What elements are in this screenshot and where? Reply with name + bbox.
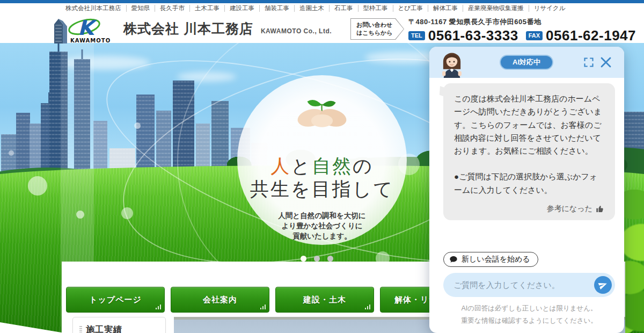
fax-badge: FAX bbox=[526, 31, 543, 40]
tel-badge: TEL bbox=[408, 31, 425, 40]
carousel-dot-2[interactable] bbox=[314, 256, 320, 262]
company-logo[interactable]: K KAWAMOTO bbox=[51, 16, 114, 44]
chat-message-bubble: この度は株式会社川本工務店のホームページへ訪問いただきありがとうございます。こち… bbox=[443, 83, 615, 220]
bokeh-dot bbox=[121, 207, 133, 219]
sidebar-item-works[interactable]: 施工実績 bbox=[73, 317, 165, 333]
status-badge: AI対応中 bbox=[500, 55, 553, 70]
new-conversation-button[interactable]: 新しい会話を始める bbox=[443, 252, 538, 267]
signal-bars-icon bbox=[156, 305, 162, 309]
contact-block: お問い合わせ はこちらから 〒480-1167 愛知県長久手市仲田605番地 T… bbox=[350, 16, 636, 42]
keyword-item: 土木工事 bbox=[190, 5, 225, 12]
svg-text:KAWAMOTO: KAWAMOTO bbox=[70, 38, 111, 44]
send-icon bbox=[597, 279, 609, 291]
hero-heading-seg3: 自然 bbox=[312, 155, 353, 177]
expand-icon[interactable] bbox=[583, 57, 594, 68]
bubble-tail bbox=[440, 86, 448, 97]
site-header: K KAWAMOTO 株式会社 川本工務店 KAWAMOTO Co., Ltd.… bbox=[0, 13, 644, 43]
ai-disclaimer: AIの回答は必ずしも正しいとは限りません。 重要な情報は確認するようにしてくださ… bbox=[443, 302, 615, 327]
nav-button-label: 会社案内 bbox=[203, 295, 237, 305]
hero-heading-seg1: 人 bbox=[270, 155, 291, 177]
nav-button-label: 建設・土木 bbox=[303, 295, 346, 305]
company-name: 株式会社 川本工務店 bbox=[123, 20, 253, 38]
nav-button-label: トップページ bbox=[89, 295, 142, 305]
ai-disclaimer-line2: 重要な情報は確認するようにしてください。 bbox=[443, 315, 615, 327]
contact-button-label-2: はこちらから bbox=[356, 29, 404, 37]
company-name-en: KAWAMOTO Co., Ltd. bbox=[261, 27, 332, 35]
phone-row: TEL 0561-63-3333 FAX 0561-62-1947 bbox=[408, 28, 636, 42]
thumbs-up-icon bbox=[596, 205, 604, 213]
chat-header: AI対応中 bbox=[429, 47, 624, 78]
carousel-dot-1[interactable] bbox=[301, 256, 306, 262]
hands-seedling-icon bbox=[292, 87, 352, 129]
bokeh-dot bbox=[28, 176, 47, 196]
hero-subtext: 人間と自然の調和を大切に より豊かな社会づくりに 貢献いたします。 bbox=[237, 211, 407, 241]
bokeh-dot bbox=[134, 122, 141, 129]
hero-heading-line2: 共生を目指して bbox=[250, 178, 394, 200]
address: 〒480-1167 愛知県長久手市仲田605番地 bbox=[408, 17, 636, 27]
hero-heading: 人と自然の 共生を目指して bbox=[237, 155, 407, 201]
contact-button-face: お問い合わせ はこちらから bbox=[351, 19, 404, 39]
hero-subtext-line2: より豊かな社会づくりに bbox=[237, 221, 407, 231]
feedback-button[interactable]: 参考になった bbox=[454, 204, 604, 214]
ai-disclaimer-line1: AIの回答は必ずしも正しいとは限りません。 bbox=[443, 302, 615, 315]
keyword-item: 解体工事 bbox=[428, 5, 463, 12]
contact-button-label-1: お問い合わせ bbox=[356, 21, 404, 29]
hero-subtext-line3: 貢献いたします。 bbox=[237, 231, 407, 241]
speech-bubble-icon bbox=[449, 255, 458, 264]
sidebar-title: 施工実績 bbox=[86, 324, 122, 333]
keyword-bar: 株式会社川本工務店愛知県長久手市土木工事建設工事舗装工事造園土木石工事型枠工事と… bbox=[0, 3, 644, 13]
signal-bars-icon bbox=[365, 305, 371, 309]
chat-input-row bbox=[443, 273, 615, 297]
nav-button[interactable]: 建設・土木 bbox=[275, 287, 374, 313]
send-button[interactable] bbox=[594, 276, 612, 294]
chat-message-p2: ●ご質問は下記の選択肢から選ぶかフォームに入力してください。 bbox=[454, 170, 604, 197]
hero-heading-seg4: の bbox=[353, 155, 374, 177]
list-lines-icon bbox=[79, 326, 82, 333]
carousel-dots bbox=[301, 256, 333, 262]
keyword-item: 長久手市 bbox=[155, 5, 190, 12]
feedback-label: 参考になった bbox=[547, 204, 592, 214]
chat-message-p1: この度は株式会社川本工務店のホームページへ訪問いただきありがとうございます。こち… bbox=[454, 92, 604, 157]
keyword-item: 型枠工事 bbox=[358, 5, 393, 12]
keyword-item: 舗装工事 bbox=[260, 5, 295, 12]
contact-button[interactable]: お問い合わせ はこちらから bbox=[350, 18, 404, 40]
keyword-item: リサイクル bbox=[529, 5, 570, 12]
keyword-item: 株式会社川本工務店 bbox=[61, 5, 127, 12]
brand-text: 株式会社 川本工務店 KAWAMOTO Co., Ltd. bbox=[123, 20, 332, 38]
main-nav: トップページ 会社案内 建設・土木 解体・リサイクル bbox=[66, 287, 479, 313]
tel-number: 0561-63-3333 bbox=[428, 28, 518, 42]
keyword-item: 石工事 bbox=[330, 5, 358, 12]
keyword-list: 株式会社川本工務店愛知県長久手市土木工事建設工事舗装工事造園土木石工事型枠工事と… bbox=[61, 5, 570, 12]
new-conversation-label: 新しい会話を始める bbox=[462, 255, 530, 264]
sidebar-card: 施工実績 bbox=[72, 317, 166, 333]
keyword-item: とび工事 bbox=[393, 5, 429, 12]
hero-heading-seg2: と bbox=[291, 155, 312, 177]
keyword-item: 建設工事 bbox=[225, 5, 260, 12]
carousel-dot-3[interactable] bbox=[327, 256, 333, 262]
keyword-item: 愛知県 bbox=[127, 5, 156, 12]
bokeh-dot bbox=[76, 211, 84, 219]
ai-chat-widget: AI対応中 この度は株式会社川本工務店のホームページへ訪問いただきありがとうござ… bbox=[429, 47, 624, 333]
chat-body: この度は株式会社川本工務店のホームページへ訪問いただきありがとうございます。こち… bbox=[429, 78, 624, 333]
nav-button[interactable]: トップページ bbox=[66, 287, 165, 313]
hero-circle: 人と自然の 共生を目指して 人間と自然の調和を大切に より豊かな社会づくりに 貢… bbox=[237, 75, 407, 245]
logo-mark-icon: K KAWAMOTO bbox=[51, 16, 114, 44]
keyword-item: 産業廃棄物収集運搬 bbox=[463, 5, 529, 12]
bokeh-dot bbox=[9, 150, 14, 156]
chat-spacer bbox=[443, 220, 615, 252]
fax-number: 0561-62-1947 bbox=[546, 28, 636, 42]
operator-avatar bbox=[440, 50, 464, 78]
keyword-item: 造園土木 bbox=[295, 5, 330, 12]
hero-subtext-line1: 人間と自然の調和を大切に bbox=[237, 211, 407, 221]
signal-bars-icon bbox=[260, 305, 266, 309]
nav-button[interactable]: 会社案内 bbox=[171, 287, 269, 313]
page: 株式会社川本工務店愛知県長久手市土木工事建設工事舗装工事造園土木石工事型枠工事と… bbox=[0, 0, 644, 333]
close-icon[interactable] bbox=[599, 56, 612, 69]
contact-info: 〒480-1167 愛知県長久手市仲田605番地 TEL 0561-63-333… bbox=[408, 16, 636, 42]
question-input[interactable] bbox=[443, 273, 615, 297]
